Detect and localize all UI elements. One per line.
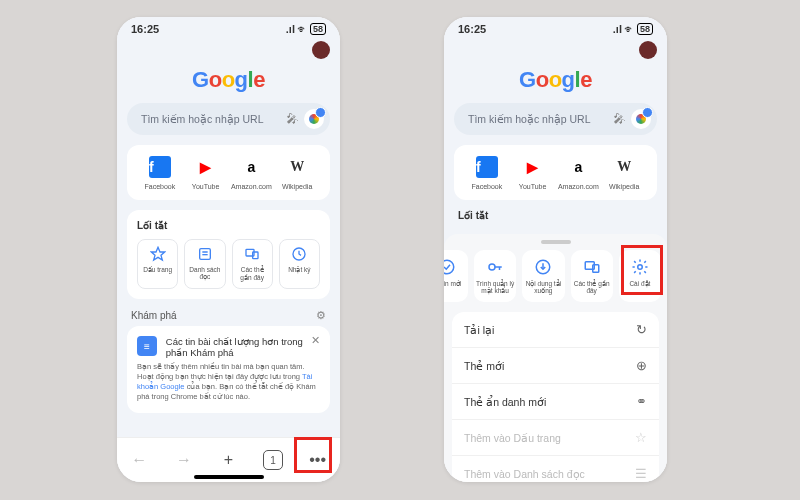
svg-marker-0	[151, 247, 164, 260]
shortcut-history[interactable]: Nhật ký	[279, 239, 320, 289]
lens-icon[interactable]	[304, 109, 324, 129]
status-time: 16:25	[131, 23, 159, 35]
highlight-settings	[621, 245, 663, 295]
menu-list: Tải lại↻ Thẻ mới⊕ Thẻ ẩn danh mới⚭ Thêm …	[452, 312, 659, 482]
site-wikipedia[interactable]: WWikipedia	[275, 155, 319, 190]
discover-card[interactable]: ✕ ≡ Các tin bài chất lượng hơn trong phầ…	[127, 326, 330, 413]
avatar[interactable]	[639, 41, 657, 59]
phone-right: 16:25 .ıl ᯤ 58 Google Tìm kiếm hoặc nhập…	[444, 17, 667, 482]
search-input[interactable]: Tìm kiếm hoặc nhập URL 🎤︎	[127, 103, 330, 135]
shortcuts-card: Lối tắt Dấu trang Danh sách đọc Các thẻ …	[127, 210, 330, 299]
svg-point-8	[489, 264, 495, 270]
shortcut-bookmarks[interactable]: Dấu trang	[137, 239, 178, 289]
top-sites-card: fFacebook ▶YouTube aAmazon.com WWikipedi…	[127, 145, 330, 200]
battery-icon: 58	[637, 23, 653, 35]
new-tab-button[interactable]: +	[213, 445, 243, 475]
menu-incognito[interactable]: Thẻ ẩn danh mới⚭	[452, 384, 659, 420]
menu-new-tab[interactable]: Thẻ mới⊕	[452, 348, 659, 384]
download-icon	[534, 258, 552, 276]
action-downloads[interactable]: Nội dung tải xuống	[522, 250, 564, 302]
close-icon[interactable]: ✕	[311, 334, 320, 347]
status-bar: 16:25 .ıl ᯤ 58	[444, 17, 667, 37]
status-bar: 16:25 .ıl ᯤ 58	[117, 17, 340, 37]
menu-reload[interactable]: Tải lại↻	[452, 312, 659, 348]
wifi-icon: ᯤ	[624, 23, 635, 35]
gear-icon[interactable]: ⚙	[316, 309, 326, 322]
site-facebook[interactable]: fFacebook	[138, 155, 182, 190]
site-amazon[interactable]: aAmazon.com	[229, 155, 273, 190]
top-sites-card: fFacebook ▶YouTube aAmazon.com WWikipedi…	[454, 145, 657, 200]
reload-icon: ↻	[636, 322, 647, 337]
shortcuts-title: Lối tắt	[458, 210, 653, 221]
site-amazon[interactable]: aAmazon.com	[556, 155, 600, 190]
article-icon: ≡	[137, 336, 157, 356]
signal-icon: .ıl	[286, 23, 295, 35]
forward-button[interactable]: →	[169, 445, 199, 475]
menu-add-bookmark: Thêm vào Dấu trang☆	[452, 420, 659, 456]
list-icon: ☰	[635, 466, 647, 481]
highlight-menu-button	[294, 437, 332, 473]
site-wikipedia[interactable]: WWikipedia	[602, 155, 646, 190]
site-facebook[interactable]: fFacebook	[465, 155, 509, 190]
google-logo: Google	[444, 67, 667, 93]
signal-icon: .ıl	[613, 23, 622, 35]
star-icon: ☆	[635, 430, 647, 445]
mic-icon[interactable]: 🎤︎	[286, 112, 298, 126]
search-input[interactable]: Tìm kiếm hoặc nhập URL 🎤︎	[454, 103, 657, 135]
search-placeholder: Tìm kiếm hoặc nhập URL	[141, 113, 280, 125]
discover-header: Khám phá ⚙	[131, 309, 326, 322]
menu-add-reading: Thêm vào Danh sách đọc☰	[452, 456, 659, 482]
drag-handle[interactable]	[541, 240, 571, 244]
action-password-manager[interactable]: Trình quản lý mật khẩu	[474, 250, 516, 302]
google-logo: Google	[117, 67, 340, 93]
lens-icon[interactable]	[631, 109, 651, 129]
action-recent-tabs[interactable]: Các thẻ gần đây	[571, 250, 613, 302]
list-icon	[197, 246, 213, 262]
shortcut-reading-list[interactable]: Danh sách đọc	[184, 239, 225, 289]
site-youtube[interactable]: ▶YouTube	[511, 155, 555, 190]
star-icon	[150, 246, 166, 262]
action-whats-new[interactable]: ng tin mới	[444, 250, 468, 302]
wifi-icon: ᯤ	[297, 23, 308, 35]
tabs-button[interactable]: 1	[258, 445, 288, 475]
plus-circle-icon: ⊕	[636, 358, 647, 373]
back-button[interactable]: ←	[124, 445, 154, 475]
home-indicator	[194, 475, 264, 479]
phone-left: 16:25 .ıl ᯤ 58 Google Tìm kiếm hoặc nhập…	[117, 17, 340, 482]
avatar[interactable]	[312, 41, 330, 59]
devices-icon	[583, 258, 601, 276]
clock-icon	[291, 246, 307, 262]
status-time: 16:25	[458, 23, 486, 35]
mic-icon[interactable]: 🎤︎	[613, 112, 625, 126]
devices-icon	[244, 246, 260, 262]
site-youtube[interactable]: ▶YouTube	[184, 155, 228, 190]
incognito-icon: ⚭	[636, 394, 647, 409]
battery-icon: 58	[310, 23, 326, 35]
shortcut-recent-tabs[interactable]: Các thẻ gần đây	[232, 239, 273, 289]
badge-check-icon	[444, 258, 456, 276]
shortcuts-title: Lối tắt	[137, 220, 320, 231]
key-icon	[486, 258, 504, 276]
